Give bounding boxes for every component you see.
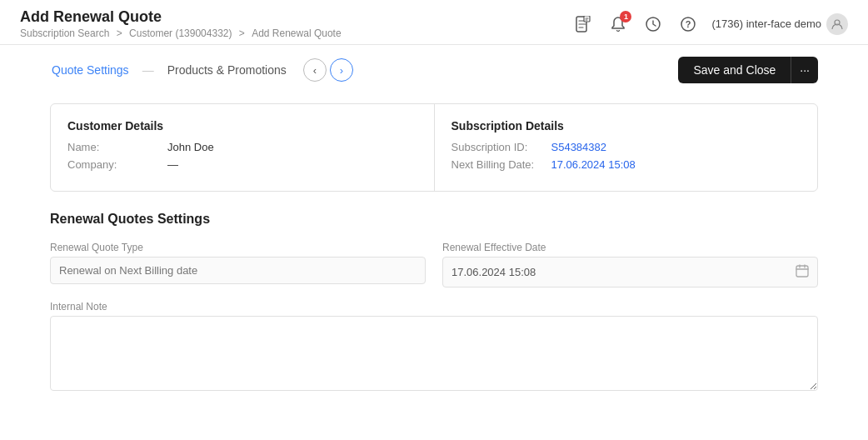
bell-icon[interactable]: 1 [606,12,630,36]
svg-rect-6 [796,266,808,277]
user-label: (1736) inter-face demo [711,18,821,30]
header-right: 1 ? (1736) inter-face demo [571,12,848,36]
header: Add Renewal Quote Subscription Search > … [0,0,868,45]
renewal-quote-type-label: Renewal Quote Type [50,242,426,253]
renewal-quote-type-input[interactable] [50,257,426,284]
breadcrumb-subscription-search[interactable]: Subscription Search [20,28,109,39]
breadcrumb-customer[interactable]: Customer (139004332) [129,28,232,39]
subscription-id-row: Subscription ID: S54384382 [451,141,801,153]
renewal-quote-type-group: Renewal Quote Type [50,242,426,288]
tab-products-promotions[interactable]: Products & Promotions [166,60,288,80]
renewal-effective-date-label: Renewal Effective Date [442,242,818,253]
user-avatar [826,13,848,35]
user-info[interactable]: (1736) inter-face demo [711,13,848,35]
customer-company-row: Company: — [67,158,417,171]
next-billing-row: Next Billing Date: 17.06.2024 15:08 [451,158,801,171]
nav-next-button[interactable]: › [330,58,353,82]
info-cards: Customer Details Name: John Doe Company:… [50,103,818,192]
next-billing-value: 17.06.2024 15:08 [551,158,636,171]
renewal-effective-date-input[interactable]: 17.06.2024 15:08 [442,257,818,288]
customer-details-title: Customer Details [67,119,417,132]
tabs-nav: Quote Settings — Products & Promotions ‹… [50,58,353,82]
breadcrumb-current: Add Renewal Quote [252,28,341,39]
renewal-form-row: Renewal Quote Type Renewal Effective Dat… [50,242,818,288]
next-billing-label: Next Billing Date: [451,158,551,171]
internal-note-label: Internal Note [50,301,818,312]
breadcrumb: Subscription Search > Customer (13900433… [20,28,342,39]
toolbar: Quote Settings — Products & Promotions ‹… [0,45,868,95]
subscription-details-title: Subscription Details [451,119,801,132]
save-close-group: Save and Close ··· [678,57,818,83]
document-icon[interactable] [571,12,595,36]
breadcrumb-sep-1: > [117,28,125,39]
internal-note-group: Internal Note [50,301,818,393]
subscription-id-value: S54384382 [551,141,607,153]
nav-arrows: ‹ › [303,58,353,82]
subscription-details-card: Subscription Details Subscription ID: S5… [435,104,818,191]
customer-name-label: Name: [67,141,167,153]
more-options-button[interactable]: ··· [791,57,818,83]
effective-date-value: 17.06.2024 15:08 [451,266,536,278]
customer-name-row: Name: John Doe [67,141,417,153]
help-icon[interactable]: ? [676,12,700,36]
subscription-id-label: Subscription ID: [451,141,551,153]
renewal-settings-title: Renewal Quotes Settings [50,212,818,227]
save-close-button[interactable]: Save and Close [678,57,791,83]
calendar-icon [796,264,809,280]
customer-company-label: Company: [67,158,167,171]
page-title: Add Renewal Quote [20,8,342,26]
customer-company-value: — [167,158,178,171]
internal-note-textarea[interactable] [50,316,818,391]
main-content: Customer Details Name: John Doe Company:… [0,95,868,423]
nav-prev-button[interactable]: ‹ [303,58,327,82]
customer-name-value: John Doe [167,141,214,153]
breadcrumb-sep-2: > [239,28,247,39]
header-left: Add Renewal Quote Subscription Search > … [20,8,342,39]
clock-icon[interactable] [641,12,665,36]
tab-divider: — [142,63,154,77]
svg-text:?: ? [686,19,691,29]
notification-badge: 1 [620,11,631,22]
renewal-effective-date-group: Renewal Effective Date 17.06.2024 15:08 [442,242,818,288]
tab-quote-settings[interactable]: Quote Settings [50,60,131,80]
customer-details-card: Customer Details Name: John Doe Company:… [51,104,435,191]
